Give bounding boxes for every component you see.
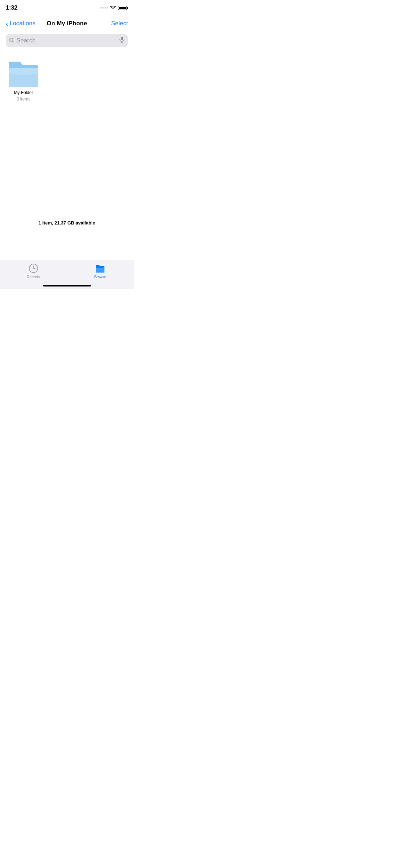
- home-indicator: [43, 285, 91, 286]
- back-button[interactable]: ‹ Locations: [6, 20, 35, 27]
- tab-browse-label: Browse: [94, 275, 106, 279]
- tab-browse[interactable]: Browse: [67, 263, 134, 279]
- status-time: 1:32: [6, 4, 17, 11]
- content-area: My Folder 0 items: [0, 50, 134, 104]
- folder-item-count: 0 items: [17, 97, 31, 102]
- signal-icon: [100, 7, 108, 9]
- select-button[interactable]: Select: [111, 20, 128, 27]
- battery-icon: [118, 6, 128, 10]
- browse-icon: [95, 263, 106, 274]
- search-icon: [9, 38, 14, 44]
- mic-icon[interactable]: [119, 37, 124, 45]
- search-placeholder: Search: [16, 37, 117, 44]
- recents-icon: [28, 263, 39, 274]
- folder-item[interactable]: My Folder 0 items: [6, 57, 41, 104]
- nav-title: On My iPhone: [47, 20, 87, 27]
- chevron-left-icon: ‹: [6, 20, 8, 27]
- status-bar: 1:32: [0, 0, 134, 16]
- back-label: Locations: [10, 20, 36, 27]
- search-bar[interactable]: Search: [6, 34, 128, 47]
- bottom-status: 1 item, 21.37 GB available: [0, 215, 134, 230]
- nav-bar: ‹ Locations On My iPhone Select: [0, 16, 134, 31]
- tab-recents-label: Recents: [27, 275, 40, 279]
- tab-recents[interactable]: Recents: [0, 263, 67, 279]
- status-icons: [100, 5, 128, 11]
- main-content: ‹ Locations On My iPhone Select Search: [0, 16, 134, 260]
- storage-info: 1 item, 21.37 GB available: [38, 220, 95, 226]
- search-container: Search: [0, 31, 134, 50]
- folder-icon: [7, 60, 40, 87]
- svg-line-1: [12, 41, 14, 42]
- folder-name: My Folder: [14, 90, 33, 96]
- svg-rect-2: [121, 37, 123, 40]
- wifi-icon: [110, 5, 116, 11]
